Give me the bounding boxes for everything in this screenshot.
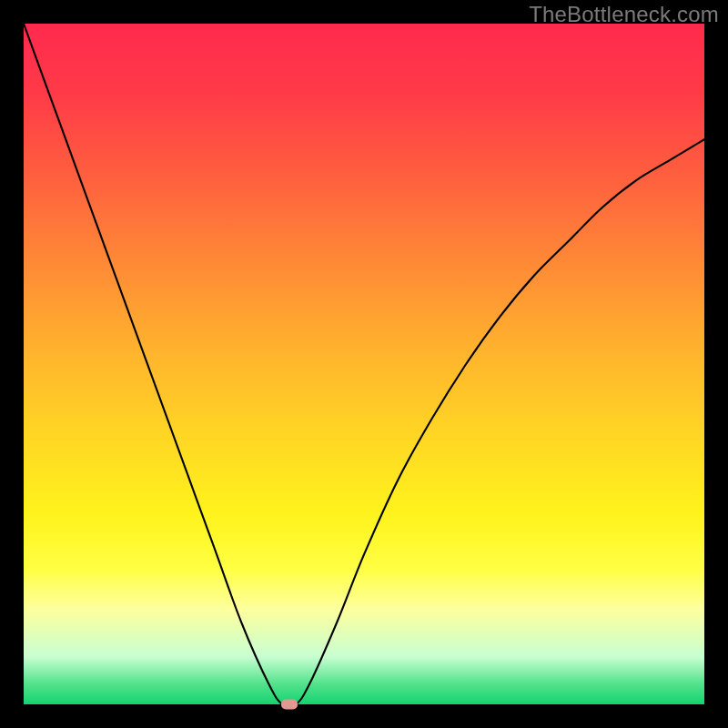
- min-marker: [281, 700, 298, 710]
- chart-frame: TheBottleneck.com: [0, 0, 728, 728]
- bottleneck-curve: [24, 24, 704, 704]
- chart-plot-area: [24, 24, 704, 704]
